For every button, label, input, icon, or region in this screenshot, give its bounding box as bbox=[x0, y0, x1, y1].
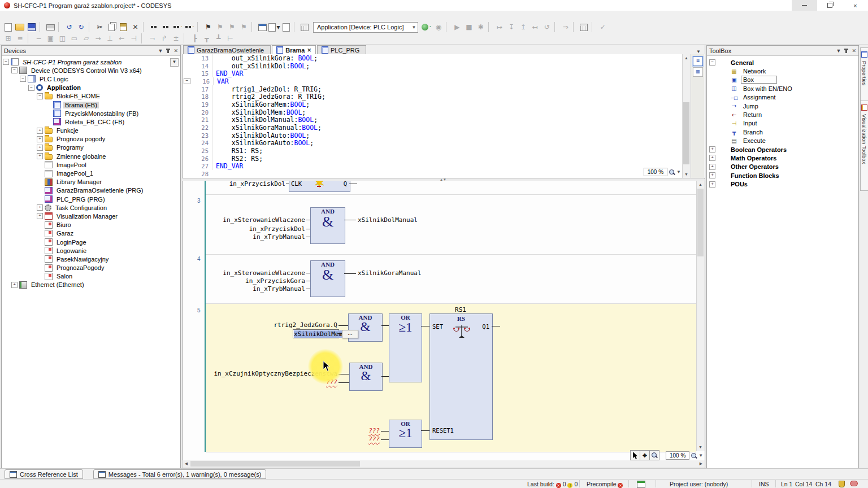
toolbox-item-input[interactable]: Input bbox=[707, 119, 858, 128]
breakpoint-button[interactable]: ✱ bbox=[475, 22, 487, 32]
login-button[interactable]: · bbox=[420, 22, 432, 32]
scroll-down-icon[interactable]: ▼ bbox=[683, 171, 690, 178]
15[interactable]: 15 END_VAR bbox=[183, 69, 705, 77]
network-number[interactable]: 4 bbox=[197, 256, 201, 262]
next-bookmark-button[interactable]: ⚑ bbox=[214, 22, 226, 32]
chevron-down-icon[interactable]: ▼ bbox=[676, 169, 681, 175]
network-number[interactable]: 3 bbox=[197, 198, 201, 204]
toolbar-separator[interactable] bbox=[28, 33, 32, 43]
scroll-left-icon[interactable]: ◀ bbox=[183, 460, 190, 467]
expander-icon[interactable]: + bbox=[709, 181, 715, 188]
toolbox-item-assignment[interactable]: Assignment bbox=[707, 93, 858, 102]
input-label[interactable]: in_xTrybManual bbox=[199, 233, 305, 241]
insert-mode[interactable]: INS bbox=[759, 481, 769, 487]
tree-item-brama-fb[interactable]: Brama (FB) bbox=[2, 101, 180, 109]
unassigned-input[interactable]: ??? bbox=[357, 435, 380, 443]
step-out-button[interactable]: ↥ bbox=[517, 22, 529, 32]
minimize-button[interactable] bbox=[792, 0, 817, 11]
save-button[interactable] bbox=[26, 22, 38, 32]
edge-detection-button[interactable]: ↱ bbox=[158, 33, 170, 43]
tree-item-ethernet[interactable]: + Ethernet (Ethernet) bbox=[2, 281, 180, 289]
tree-item-zmienne-globalne[interactable]: + Zmienne globalne bbox=[2, 152, 180, 160]
print-button[interactable] bbox=[45, 22, 57, 32]
insert-input-button[interactable]: ⊣ bbox=[128, 33, 140, 43]
expander-icon[interactable]: − bbox=[709, 59, 715, 66]
input-label[interactable]: in_xPrzyciskDol bbox=[199, 225, 305, 233]
toolbar-separator[interactable] bbox=[554, 22, 558, 32]
library-manager-button[interactable] bbox=[257, 22, 268, 32]
17[interactable]: 17 rtrig1_JedzDol: R_TRIG; bbox=[183, 85, 705, 93]
menu-file[interactable] bbox=[5, 15, 15, 18]
menu-window[interactable] bbox=[96, 15, 106, 18]
toolbar-separator[interactable] bbox=[141, 33, 145, 43]
insert-branch-below-button[interactable]: ┻ bbox=[212, 33, 224, 43]
tree-item-salon[interactable]: Salon bbox=[2, 272, 180, 281]
set-reset-button[interactable]: ± bbox=[170, 33, 182, 43]
20[interactable]: 20 xSilnikDolMem:BOOL; bbox=[183, 108, 705, 116]
expander-icon[interactable]: + bbox=[709, 172, 715, 178]
toolbox-item-network[interactable]: Network bbox=[707, 67, 858, 75]
expander-icon[interactable]: + bbox=[11, 282, 18, 288]
open-file-button[interactable] bbox=[14, 22, 26, 32]
26[interactable]: 26 RS2: RS; bbox=[183, 155, 705, 163]
tree-item-biuro[interactable]: Biuro bbox=[2, 221, 180, 229]
28[interactable]: 28 bbox=[183, 170, 705, 178]
toolbar-separator[interactable] bbox=[89, 22, 93, 32]
25[interactable]: 25 RS1: RS; bbox=[183, 147, 705, 155]
find-button[interactable] bbox=[148, 22, 160, 32]
tree-item-funkcje[interactable]: + Funkcje bbox=[2, 127, 180, 135]
update-parameters-button[interactable]: ⊢ bbox=[224, 33, 236, 43]
security-shield-icon[interactable] bbox=[839, 481, 845, 488]
toolbar-separator[interactable] bbox=[446, 22, 450, 32]
step-over-button[interactable]: ↦ bbox=[493, 22, 505, 32]
check-button[interactable]: ✓ bbox=[597, 22, 609, 32]
scroll-right-icon[interactable]: ▶ bbox=[697, 460, 705, 467]
diagram-hscrollbar[interactable]: ◀ ▶ bbox=[182, 460, 705, 468]
tree-item-przyciskmonostabilny-fb[interactable]: PrzyciskMonostabilny (FB) bbox=[2, 109, 180, 117]
tree-item-programy[interactable]: + Programy bbox=[2, 143, 180, 152]
zoom-mode-button[interactable] bbox=[649, 450, 659, 460]
input-label[interactable]: in_xSterowanieWlaczone bbox=[199, 216, 305, 224]
toolbox-group-pous[interactable]: + POUs bbox=[707, 180, 858, 188]
expander-icon[interactable]: + bbox=[709, 146, 715, 152]
toolbox-group-math-operators[interactable]: + Math Operators bbox=[707, 154, 858, 162]
rs-block[interactable]: RS SET Q1 RESET1 bbox=[429, 313, 493, 440]
toolbar-separator[interactable] bbox=[197, 22, 201, 32]
magnifier-icon[interactable] bbox=[669, 169, 675, 176]
expander-icon[interactable]: + bbox=[37, 145, 43, 151]
input-label[interactable]: in_xPrzyciskDol bbox=[216, 181, 285, 188]
chevron-down-icon[interactable]: ▼ bbox=[698, 453, 703, 458]
project-user[interactable]: Project user: (nobody) bbox=[670, 481, 728, 487]
rs-instance-label[interactable]: RS1 bbox=[429, 306, 492, 313]
diagram-vscrollbar[interactable]: ▲ ▼ bbox=[696, 181, 705, 451]
tree-item-device[interactable]: − Device (CODESYS Control Win V3 x64) bbox=[2, 66, 180, 75]
toolbar-separator[interactable] bbox=[184, 33, 188, 43]
zoom-level[interactable]: 100 % bbox=[666, 451, 689, 460]
insert-box-eno-button[interactable]: ◫ bbox=[57, 33, 68, 43]
cfc-diagram-editor[interactable]: in_xPrzyciskDol CLK Q 3 in_xSterowanieWl… bbox=[182, 181, 705, 461]
toolbar-separator[interactable] bbox=[488, 22, 492, 32]
menu-online[interactable] bbox=[66, 15, 76, 18]
and-block[interactable]: AND & bbox=[310, 260, 345, 297]
toolbox-item-box[interactable]: Box bbox=[707, 76, 858, 84]
16[interactable]: − 16 VAR bbox=[183, 77, 705, 85]
tree-item-task-configuration[interactable]: + Task Configuration bbox=[2, 203, 180, 212]
scrollbar-thumb[interactable] bbox=[683, 102, 689, 164]
insert-assignment-button[interactable]: − bbox=[33, 33, 45, 43]
expander-icon[interactable]: + bbox=[709, 164, 715, 170]
expander-icon[interactable]: + bbox=[37, 213, 43, 219]
close-panel-icon[interactable]: ✕ bbox=[173, 48, 178, 54]
and-block[interactable]: AND & bbox=[349, 363, 383, 391]
output-label[interactable]: xSilnikDolManual bbox=[358, 216, 418, 224]
tree-item-blokifb-home[interactable]: − BlokiFB_HOME bbox=[2, 92, 180, 101]
cut-button[interactable]: ✂ bbox=[94, 22, 106, 32]
input-assistant-button[interactable]: ... bbox=[342, 330, 358, 338]
tree-item-prognozapogody[interactable]: PrognozaPogody bbox=[2, 264, 180, 272]
insert-network-button[interactable]: ⊞ bbox=[2, 33, 14, 43]
scrollbar-thumb[interactable] bbox=[697, 189, 704, 256]
tree-item-imagepool-1[interactable]: ImagePool_1 bbox=[2, 169, 180, 177]
tree-item-prognoza-pogody[interactable]: + Prognoza pogody bbox=[2, 135, 180, 143]
close-panel-icon[interactable]: ✕ bbox=[852, 48, 856, 54]
start-button[interactable]: ▶ bbox=[451, 22, 463, 32]
input-label[interactable]: in_xSterowanieWlaczone bbox=[199, 269, 305, 277]
